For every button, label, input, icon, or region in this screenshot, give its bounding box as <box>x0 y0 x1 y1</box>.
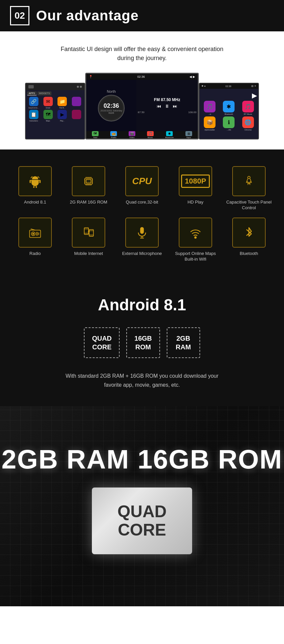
screenshots-row: APPS WIDGETS 🔗 EasyConne... ✉ Email 📁 Fi… <box>10 73 274 139</box>
app-placeholder2 <box>70 110 83 122</box>
spec-rom: 16GBROM <box>126 327 160 358</box>
feature-label-mic: External Microphone <box>122 251 162 257</box>
feature-icon-hd: 1080P <box>179 166 212 196</box>
android-description: With standard 2GB RAM + 16GB ROM you cou… <box>10 371 274 389</box>
wifi-icon <box>188 225 203 240</box>
freq-left: 87.50 <box>138 111 144 114</box>
chip-plate-core: CORE <box>118 521 166 539</box>
touch-icon <box>242 174 256 189</box>
chip-icon <box>81 174 96 189</box>
android-icon <box>28 174 42 189</box>
right-app-music: 🎵 ...ic <box>201 101 219 115</box>
right-screen-content: ▶ 🎵 ...ic ✱ Bluetooth 🎵 BT Music <box>199 90 258 132</box>
svg-rect-7 <box>36 186 37 188</box>
right-controls: ▤ ✕ <box>251 85 256 87</box>
android-title: Android 8.1 <box>10 296 274 314</box>
app-maps: 🗺 Maps <box>41 110 55 122</box>
play-icon[interactable]: ⏸ <box>165 103 169 109</box>
controls-icons: ◀ ▶ <box>189 75 195 78</box>
feature-icon-mic <box>125 218 159 248</box>
bt-status: ✱ ● <box>201 85 205 87</box>
svg-point-31 <box>33 233 34 235</box>
feature-label-mobile: Mobile Internet <box>74 251 103 257</box>
nav-video[interactable]: 🎬 Video <box>129 131 135 138</box>
feature-label-cpu: Quad core,32-bit <box>126 200 158 205</box>
screen-left-bar <box>26 83 85 90</box>
widgets-tab[interactable]: WIDGETS <box>37 91 52 95</box>
feature-cpu: CPU Quad core,32-bit <box>117 166 167 211</box>
svg-line-3 <box>38 176 39 178</box>
direction-label: North <box>107 89 116 93</box>
nav-apps[interactable]: ⊞ Apps <box>185 131 192 138</box>
feature-icon-cpu: CPU <box>125 166 159 196</box>
app-grid-left: 🔗 EasyConne... ✉ Email 📁 File M... <box>27 97 83 122</box>
svg-rect-5 <box>39 180 41 183</box>
chip-plate-quad: QUAD <box>117 503 166 521</box>
app-instructions: 📋 Instructions <box>27 110 40 122</box>
feature-mobile: Mobile Internet <box>63 218 114 262</box>
speedometer: 02:36 2016/10/01 Saturday Km/h <box>98 95 125 121</box>
microphone-icon <box>135 225 149 240</box>
radio-icon <box>28 225 42 240</box>
nav-navi[interactable]: 🗺 Navi <box>92 131 99 138</box>
ui-subtitle: Fantastic UI design will offer the easy … <box>10 45 274 63</box>
nav-radio[interactable]: 📻 Radio <box>110 131 117 138</box>
nav-music[interactable]: 🎵 Music <box>147 131 154 138</box>
app-placeholder1 <box>70 97 83 109</box>
app-filemanager: 📁 File M... <box>56 97 69 109</box>
feature-radio: Radio <box>10 218 60 262</box>
bluetooth-icon <box>242 225 256 240</box>
feature-mic: External Microphone <box>117 218 167 262</box>
spec-ram: 2GBRAM <box>167 327 200 358</box>
right-time: 02:36 <box>226 85 232 87</box>
svg-rect-27 <box>86 180 91 183</box>
right-app-grid: 🎵 ...ic ✱ Bluetooth 🎵 BT Music 📦 ApkInst… <box>201 101 257 131</box>
next-icon[interactable]: ⏭ <box>173 103 177 109</box>
svg-point-45 <box>195 237 196 238</box>
screen-center: 📍 02:36 ◀ ▶ North 02:36 2016/10/01 Satur… <box>85 73 199 139</box>
feature-ram-rom: 2G RAM 16G ROM <box>63 166 114 211</box>
freq-display: 87.50 108.00 <box>138 111 196 114</box>
right-top-bar: ✱ ● 02:36 ▤ ✕ <box>199 83 258 89</box>
right-play-btn[interactable]: ▶ <box>252 92 257 99</box>
android-section: Android 8.1 QUADCORE 16GBROM 2GBRAM With… <box>0 276 284 406</box>
center-main: North 02:36 2016/10/01 Saturday Km/h FM … <box>86 80 198 131</box>
svg-point-28 <box>248 176 250 179</box>
prev-icon[interactable]: ⏮ <box>157 103 161 109</box>
right-app-apkinstaller: 📦 ApkInstaller <box>201 116 219 131</box>
svg-line-2 <box>31 176 32 178</box>
mobile-internet-icon <box>81 225 96 240</box>
svg-rect-4 <box>30 180 31 183</box>
section-title: Our advantage <box>36 8 139 24</box>
chip-content: 2GB RAM 16GB ROM QUAD CORE <box>2 445 283 568</box>
section-number: 02 <box>10 6 29 25</box>
feature-label-bluetooth: Bluetooth <box>240 251 258 257</box>
hd-text-display: 1080P <box>181 175 210 188</box>
feature-icon-mobile <box>72 218 105 248</box>
app-easyconnect: 🔗 EasyConne... <box>27 97 40 109</box>
apps-tab[interactable]: APPS <box>27 91 37 95</box>
feature-icon-touch <box>232 166 266 196</box>
feature-icon-ram-rom <box>72 166 105 196</box>
chip-ram-rom-text: 2GB RAM 16GB ROM <box>2 445 283 474</box>
chip-plate: QUAD CORE <box>92 488 192 554</box>
feature-bluetooth: Bluetooth <box>224 218 274 262</box>
right-app-bluetooth: ✱ Bluetooth <box>220 101 238 115</box>
date-display: 2016/10/01 Saturday <box>101 109 122 112</box>
features-section: Android 8.1 <box>0 149 284 276</box>
left-screen-content: APPS WIDGETS 🔗 EasyConne... ✉ Email 📁 Fi… <box>26 90 85 123</box>
right-app-btmusic: 🎵 BT Music <box>239 101 257 115</box>
ui-section: Fantastic UI design will offer the easy … <box>0 31 284 149</box>
gps-icon: 📍 <box>89 75 93 78</box>
cpu-text-display: CPU <box>132 176 152 187</box>
specs-row: QUADCORE 16GBROM 2GBRAM <box>10 327 274 358</box>
chip-section: 2GB RAM 16GB ROM QUAD CORE <box>0 406 284 606</box>
svg-rect-6 <box>33 186 35 188</box>
feature-icon-wifi <box>179 218 212 248</box>
feature-icon-android <box>18 166 52 196</box>
nav-bluetooth[interactable]: ✱ Bluetooth <box>165 131 173 138</box>
feature-label-hd: HD Play <box>187 200 203 205</box>
right-app-chrome: 🌐 Chrome <box>239 116 257 131</box>
freq-right: 108.00 <box>188 111 196 114</box>
header-section: 02 Our advantage <box>0 0 284 31</box>
